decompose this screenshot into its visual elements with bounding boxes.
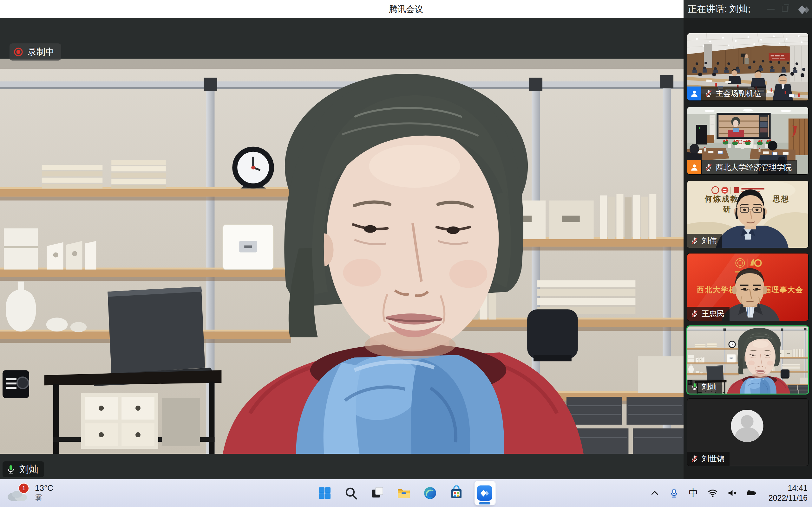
running-app-indicator — [479, 502, 490, 504]
participant-thumbnail[interactable]: 王忠民 — [687, 253, 808, 321]
participant-name: 西北大学经济管理学院 — [716, 162, 792, 172]
mic-muted-icon — [691, 237, 699, 245]
microphone-tray-icon[interactable] — [669, 488, 679, 498]
weather-widget[interactable]: 1 13°C 雾 — [5, 481, 53, 505]
participant-thumbnail-active-speaker[interactable]: 刘灿 — [687, 326, 808, 394]
edge-button[interactable] — [422, 485, 438, 501]
tencent-meeting-window: 腾讯会议 录制中 刘灿 正在讲话: 刘灿; — [0, 0, 812, 507]
chevron-up-icon[interactable] — [649, 488, 660, 498]
mic-muted-icon — [691, 455, 699, 463]
participant-footer: 刘灿 — [687, 380, 722, 394]
battery-charging-icon[interactable] — [746, 488, 757, 498]
participant-thumbnail[interactable]: 刘世锦 — [687, 399, 808, 466]
tray-time: 14:41 — [768, 483, 808, 493]
system-tray: 中 14:41 2022/11/16 — [649, 479, 808, 507]
speaker-name: 刘灿 — [19, 463, 38, 476]
record-icon — [13, 47, 23, 57]
mic-muted-icon — [691, 309, 699, 318]
participant-panel: 正在讲话: 刘灿; 主会场副机位 — [683, 0, 812, 479]
tray-date: 2022/11/16 — [768, 493, 808, 503]
ime-indicator[interactable]: 中 — [688, 488, 699, 498]
store-button[interactable] — [448, 485, 465, 501]
participant-name: 刘灿 — [702, 382, 717, 392]
minimize-button[interactable] — [767, 9, 774, 10]
speaking-status: 正在讲话: 刘灿; — [688, 3, 751, 15]
participant-name: 刘伟 — [702, 236, 717, 246]
mic-muted-icon — [705, 163, 713, 171]
notification-badge: 1 — [18, 483, 29, 494]
participant-name: 王忠民 — [702, 308, 724, 319]
tencent-meeting-button[interactable] — [474, 481, 495, 505]
tencent-meeting-logo-icon — [796, 2, 811, 17]
blue-person-square-icon — [687, 87, 701, 101]
taskbar-apps — [316, 479, 495, 507]
participant-thumbnail[interactable]: 刘伟 — [687, 181, 808, 248]
speaker-name-badge: 刘灿 — [3, 461, 44, 477]
participant-footer: 刘伟 — [687, 234, 722, 248]
participant-footer: 王忠民 — [687, 307, 729, 321]
weather-condition: 雾 — [35, 493, 53, 503]
recording-label: 录制中 — [28, 46, 54, 58]
participant-name: 主会场副机位 — [716, 89, 761, 99]
main-speaker-video[interactable]: 录制中 刘灿 — [0, 18, 683, 479]
speaker-video-frame — [0, 59, 683, 454]
participant-footer: 主会场副机位 — [687, 87, 766, 101]
orange-person-square-icon — [687, 160, 701, 174]
participant-footer: 刘世锦 — [687, 452, 729, 466]
participant-thumbnail[interactable]: 主会场副机位 — [687, 33, 808, 101]
volume-muted-icon[interactable] — [727, 488, 738, 498]
restore-button[interactable] — [782, 6, 788, 12]
tencent-meeting-app-icon — [477, 486, 492, 501]
recording-badge: 录制中 — [9, 43, 61, 60]
windows-taskbar: 1 13°C 雾 — [0, 479, 812, 507]
participant-name: 刘世锦 — [702, 454, 724, 464]
weather-temperature: 13°C — [35, 483, 53, 493]
mic-on-icon — [691, 383, 699, 391]
clock[interactable]: 14:41 2022/11/16 — [768, 483, 808, 503]
search-button[interactable] — [343, 485, 359, 501]
wifi-icon[interactable] — [707, 488, 718, 498]
task-view-button[interactable] — [369, 485, 386, 501]
mic-muted-icon — [705, 89, 713, 98]
participant-footer: 西北大学经济管理学院 — [687, 160, 797, 174]
participant-panel-header: 正在讲话: 刘灿; — [683, 0, 812, 18]
window-title: 腾讯会议 — [389, 3, 423, 15]
mic-on-icon — [6, 464, 16, 474]
participant-thumbnail[interactable]: 西北大学经济管理学院 — [687, 107, 808, 174]
file-explorer-button[interactable] — [396, 485, 412, 501]
start-button[interactable] — [316, 485, 333, 501]
